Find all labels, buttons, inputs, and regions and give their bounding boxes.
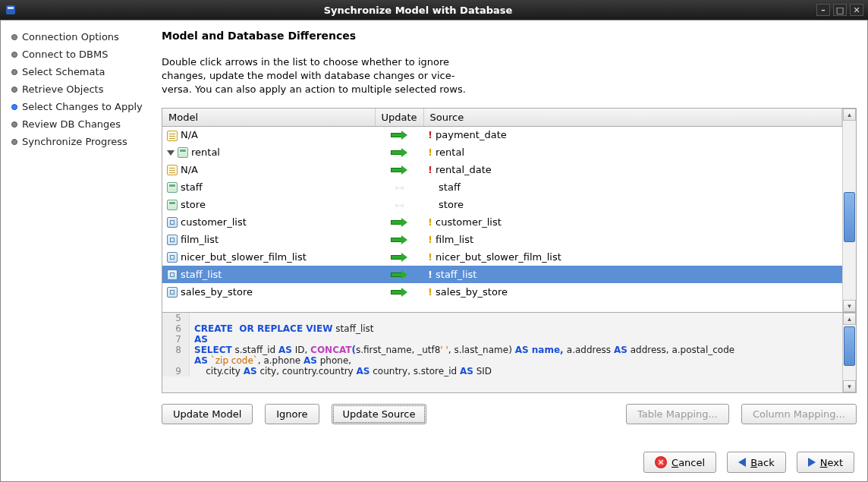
line-number: 6 [162,323,190,334]
model-name: store [181,199,206,210]
code-scrollbar[interactable]: ▴ ▾ [842,313,856,392]
cancel-button[interactable]: ✕ Cancel [643,452,716,473]
step-bullet-icon [11,69,17,75]
code-line: AS `zip code`, a.phone AS phone, [190,355,356,366]
diff-row[interactable]: N/A!payment_date [162,126,842,143]
line-number: 9 [162,366,190,376]
diff-row[interactable]: customer_list!customer_list [162,213,842,231]
source-name: film_list [436,234,473,245]
next-label-rest: ext [827,457,843,468]
model-name: N/A [181,129,198,140]
page-heading: Model and Database Differences [162,30,857,42]
diff-row[interactable]: film_list!film_list [162,231,842,248]
update-model-button[interactable]: Update Model [162,404,253,424]
next-icon [808,458,816,467]
source-name: customer_list [436,216,502,228]
column-mapping-button[interactable]: Column Mapping... [741,404,857,424]
cancel-label-initial: C [671,457,678,468]
arrow-right-icon[interactable] [391,131,407,138]
model-name: rental [191,146,220,158]
model-name: nicer_but_slower_film_list [181,251,307,263]
model-name: film_list [181,234,219,245]
differences-grid: Model Update Source N/A!payment_daterent… [162,108,857,313]
step-label: Connection Options [22,31,119,43]
window-title: Synchronize Model with Database [23,5,813,16]
step-bullet-icon [11,139,17,145]
back-button[interactable]: Back [727,452,786,473]
diff-row[interactable]: sales_by_store!sales_by_store [162,283,842,301]
step-bullet-icon [11,34,17,40]
arrow-right-icon[interactable] [391,148,407,156]
diff-row[interactable]: rental!rental [162,143,842,161]
arrow-right-icon[interactable] [391,165,407,173]
maximize-button[interactable]: □ [833,4,847,16]
scroll-up-button[interactable]: ▴ [843,313,856,325]
expand-icon[interactable] [167,150,175,156]
minimize-button[interactable]: – [816,4,830,16]
view-icon [167,217,178,228]
source-name: store [439,199,464,210]
diff-row[interactable]: store‹··›store [162,196,842,213]
column-header-model[interactable]: Model [162,109,375,127]
diff-row[interactable]: staff‹··›staff [162,178,842,196]
code-line: city.city AS city, country.country AS co… [190,366,496,376]
wizard-step: Synchronize Progress [11,136,146,147]
scroll-down-button[interactable]: ▾ [843,380,856,392]
column-header-update[interactable]: Update [375,109,423,127]
cancel-label-rest: ancel [678,457,705,468]
model-name: staff [181,181,203,193]
arrow-none-icon[interactable]: ‹··› [391,200,407,210]
diff-row[interactable]: staff_list!staff_list [162,266,842,283]
source-name: nicer_but_slower_film_list [436,251,561,263]
next-button[interactable]: Next [797,452,854,473]
step-label: Connect to DBMS [22,49,108,60]
code-line: AS [190,334,212,345]
source-name: staff [439,181,461,193]
wizard-nav: ✕ Cancel Back Next [643,452,854,473]
wizard-step: Connect to DBMS [11,49,146,60]
model-name: staff_list [181,269,222,280]
step-bullet-icon [11,121,17,128]
col-icon [167,165,178,175]
diff-row[interactable]: N/A!rental_date [162,161,842,178]
arrow-right-icon[interactable] [391,270,407,278]
ignore-button[interactable]: Ignore [265,404,319,424]
update-source-button[interactable]: Update Source [332,404,427,424]
code-line [190,313,199,323]
cancel-icon: ✕ [655,456,667,468]
arrow-right-icon[interactable] [391,288,407,295]
warning-icon: ! [428,216,432,228]
arrow-right-icon[interactable] [391,253,407,260]
app-icon [5,4,17,16]
close-button[interactable]: ✕ [850,4,863,16]
arrow-right-icon[interactable] [391,218,407,225]
db-icon [167,200,178,210]
line-number: 7 [162,334,190,345]
step-bullet-icon [11,104,17,110]
line-number: 5 [162,313,190,323]
warning-icon: ! [428,269,432,280]
view-icon [167,252,178,263]
source-name: staff_list [436,269,476,280]
column-header-source[interactable]: Source [423,109,841,127]
source-name: sales_by_store [436,286,508,298]
arrow-none-icon[interactable]: ‹··› [391,183,407,193]
scroll-down-button[interactable]: ▾ [843,300,856,312]
model-name: sales_by_store [181,286,253,298]
grid-scrollbar[interactable]: ▴ ▾ [842,109,856,312]
warning-icon: ! [428,286,432,298]
table-mapping-button[interactable]: Table Mapping... [626,404,729,424]
arrow-right-icon[interactable] [391,235,407,243]
db-icon [167,182,178,193]
scroll-up-button[interactable]: ▴ [843,109,856,121]
back-label-rest: ack [757,457,775,468]
source-name: rental [436,146,464,158]
sql-preview: 56CREATE OR REPLACE VIEW staff_list7AS8S… [162,313,857,393]
col-icon [167,131,178,141]
code-line: SELECT s.staff_id AS ID, CONCAT(s.first_… [190,345,739,355]
step-label: Select Changes to Apply [22,101,143,112]
diff-row[interactable]: nicer_but_slower_film_list!nicer_but_slo… [162,248,842,266]
svg-rect-1 [8,7,14,9]
view-icon [167,269,178,280]
code-line: CREATE OR REPLACE VIEW staff_list [190,323,379,334]
